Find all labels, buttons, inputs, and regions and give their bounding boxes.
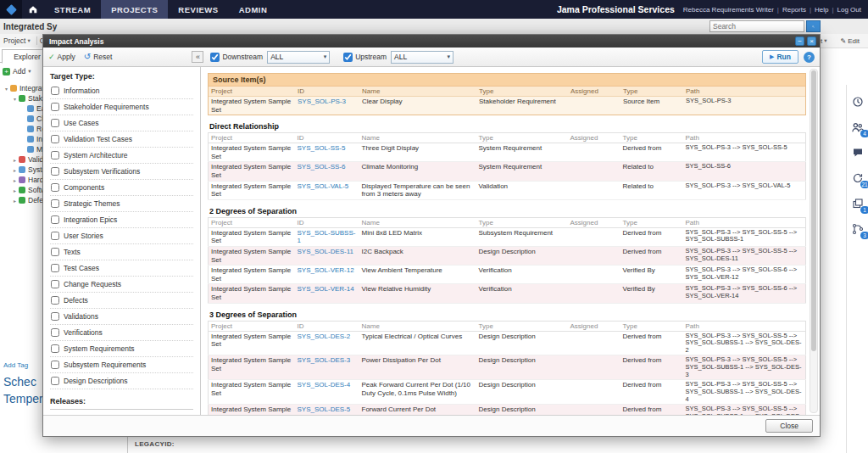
table-row[interactable]: Integrated System Sample SetSYS_SOL-DES-… <box>209 331 806 355</box>
target-type-checkbox[interactable] <box>51 344 59 353</box>
scrollbar-thumb[interactable] <box>811 70 816 351</box>
target-type-option[interactable]: Verifications <box>50 325 193 341</box>
help-icon[interactable]: ? <box>804 52 815 63</box>
table-row[interactable]: Integrated System Sample SetSYS_SOL-SS-6… <box>209 162 806 181</box>
target-type-checkbox[interactable] <box>51 328 59 337</box>
target-type-checkbox[interactable] <box>51 248 59 256</box>
upstream-select[interactable]: ALL ▾ <box>391 51 453 64</box>
item-id-link[interactable]: SYS_SOL-DES-4 <box>298 381 351 389</box>
jama-logo-icon[interactable] <box>0 0 22 19</box>
modal-minimize-button[interactable]: − <box>795 36 804 46</box>
dialog-header[interactable]: Impact Analysis − × <box>43 35 820 48</box>
target-type-checkbox[interactable] <box>51 199 59 208</box>
target-type-checkbox[interactable] <box>51 151 59 159</box>
table-row[interactable]: Integrated System Sample SetSYS_SOL-PS-3… <box>209 97 805 115</box>
target-type-checkbox[interactable] <box>51 119 59 127</box>
target-type-checkbox[interactable] <box>51 87 59 95</box>
table-row[interactable]: Integrated System Sample SetSYS_SOL-SUBS… <box>209 227 806 246</box>
apply-button[interactable]: ✓ Apply <box>48 53 75 61</box>
table-row[interactable]: Integrated System Sample SetSYS_SOL-VAL-… <box>209 181 806 199</box>
nav-tab-reviews[interactable]: REVIEWS <box>168 0 228 19</box>
target-type-option[interactable]: Use Cases <box>50 115 193 131</box>
target-type-option[interactable]: Validations <box>50 309 193 325</box>
item-id-link[interactable]: SYS_SOL-SS-5 <box>298 144 346 152</box>
target-type-option[interactable]: Information <box>50 83 193 99</box>
table-row[interactable]: Integrated System Sample SetSYS_SOL-VER-… <box>209 284 806 303</box>
scrollbar[interactable] <box>810 69 818 413</box>
search-button[interactable] <box>806 20 821 32</box>
table-row[interactable]: Integrated System Sample SetSYS_SOL-SS-5… <box>209 143 806 162</box>
search-input[interactable] <box>709 20 804 32</box>
target-type-checkbox[interactable] <box>51 232 59 240</box>
item-id-link[interactable]: SYS_SOL-DES-5 <box>298 405 351 413</box>
project-menu-button[interactable]: Project ▾ <box>0 36 34 45</box>
target-type-option[interactable]: Change Requests <box>50 277 193 293</box>
expander-icon[interactable]: ▸ <box>11 198 19 204</box>
add-button[interactable]: + Add ▾ <box>3 67 31 76</box>
target-type-checkbox[interactable] <box>51 103 59 111</box>
close-button[interactable]: Close <box>765 419 813 433</box>
project-name[interactable]: Integrated Sy <box>0 22 57 31</box>
target-type-checkbox[interactable] <box>51 377 59 385</box>
help-link[interactable]: Help <box>815 6 828 14</box>
edit-button[interactable]: ✎ Edit <box>837 37 864 45</box>
nav-tab-stream[interactable]: STREAM <box>44 0 101 19</box>
target-type-option[interactable]: System Architecture <box>50 148 193 164</box>
target-type-checkbox[interactable] <box>51 135 59 143</box>
activity-stream-icon[interactable] <box>851 95 865 109</box>
target-type-checkbox[interactable] <box>51 167 59 176</box>
target-type-checkbox[interactable] <box>51 264 59 272</box>
expander-icon[interactable]: ▾ <box>11 96 19 102</box>
target-type-checkbox[interactable] <box>51 296 59 305</box>
logout-link[interactable]: Log Out <box>837 6 861 14</box>
target-type-checkbox[interactable] <box>51 361 59 369</box>
target-type-option[interactable]: Components <box>50 180 193 196</box>
downstream-checkbox[interactable] <box>210 53 220 62</box>
activity-sync-icon[interactable]: 21 <box>851 171 865 185</box>
expander-icon[interactable]: ▸ <box>11 157 19 163</box>
item-id-link[interactable]: SYS_SOL-SUBSS-1 <box>298 229 356 245</box>
target-type-checkbox[interactable] <box>51 215 59 224</box>
target-type-option[interactable]: Test Cases <box>50 260 193 277</box>
reset-button[interactable]: ↺ Reset <box>84 53 113 61</box>
target-type-checkbox[interactable] <box>51 312 59 321</box>
table-row[interactable]: Integrated System Sample SetSYS_SOL-DES-… <box>209 246 806 265</box>
collapse-panel-button[interactable]: « <box>192 51 203 63</box>
target-type-option[interactable]: System Requirements <box>50 341 193 357</box>
target-type-option[interactable]: Stakeholder Requirements <box>50 99 193 115</box>
item-id-link[interactable]: SYS_SOL-VAL-5 <box>298 182 349 190</box>
table-row[interactable]: Integrated System Sample SetSYS_SOL-DES-… <box>209 405 806 415</box>
item-id-link[interactable]: SYS_SOL-VER-12 <box>298 266 354 274</box>
nav-tab-projects[interactable]: PROJECTS <box>101 0 168 19</box>
user-name-link[interactable]: Rebecca Requirements Writer <box>683 6 774 14</box>
target-type-option[interactable]: Texts <box>50 244 193 260</box>
expander-icon[interactable]: ▸ <box>11 167 19 173</box>
upstream-checkbox[interactable] <box>343 53 353 62</box>
home-icon[interactable] <box>22 0 44 19</box>
modal-close-button[interactable]: × <box>807 36 816 46</box>
target-type-option[interactable]: Integration Epics <box>50 212 193 228</box>
item-id-link[interactable]: SYS_SOL-VER-14 <box>298 285 354 293</box>
target-type-option[interactable]: Design Descriptions <box>50 373 193 389</box>
run-button[interactable]: ▶ Run <box>762 50 798 64</box>
target-type-option[interactable]: Subsystem Requirements <box>50 357 193 373</box>
connected-users-icon[interactable]: 4 <box>851 120 865 134</box>
target-type-option[interactable]: Defects <box>50 293 193 309</box>
item-id-link[interactable]: SYS_SOL-SS-6 <box>298 163 346 171</box>
nav-tab-admin[interactable]: ADMIN <box>229 0 278 19</box>
target-type-option[interactable]: Strategic Themes <box>50 196 193 212</box>
item-id-link[interactable]: SYS_SOL-DES-3 <box>298 356 351 364</box>
target-type-option[interactable]: Validation Test Cases <box>50 131 193 148</box>
target-type-checkbox[interactable] <box>51 280 59 288</box>
item-id-link[interactable]: SYS_SOL-DES-2 <box>298 333 351 340</box>
item-id-link[interactable]: SYS_SOL-DES-11 <box>298 248 354 255</box>
downstream-select[interactable]: ALL ▾ <box>267 51 330 64</box>
comments-icon[interactable] <box>851 146 865 159</box>
expander-icon[interactable]: ▾ <box>3 86 10 92</box>
table-row[interactable]: Integrated System Sample SetSYS_SOL-VER-… <box>209 266 806 284</box>
workflow-icon[interactable]: 3 <box>851 222 865 236</box>
table-row[interactable]: Integrated System Sample SetSYS_SOL-DES-… <box>209 355 806 380</box>
expander-icon[interactable]: ▸ <box>11 187 19 193</box>
versions-icon[interactable]: 1 <box>851 197 865 210</box>
target-type-option[interactable]: Subsystem Verifications <box>50 164 193 180</box>
